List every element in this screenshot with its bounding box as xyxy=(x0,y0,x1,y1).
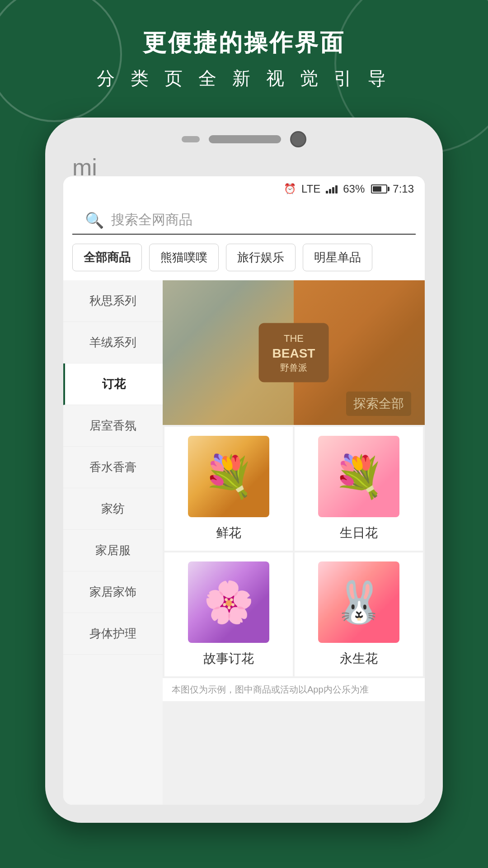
tab-panda[interactable]: 熊猫噗噗 xyxy=(149,244,219,271)
right-content-area: THE BEAST 野兽派 探索全部 xyxy=(163,280,425,805)
product-cell-fresh-flowers[interactable]: 💐 鲜花 xyxy=(164,427,293,551)
alarm-icon: ⏰ xyxy=(284,183,296,195)
product-cell-story-flowers[interactable]: 🌸 故事订花 xyxy=(164,552,293,676)
sidebar-item-textile[interactable]: 家纺 xyxy=(63,488,163,530)
banner-background: THE BEAST 野兽派 探索全部 xyxy=(163,280,425,425)
brand-chinese: 野兽派 xyxy=(272,361,315,373)
category-tabs: 全部商品 熊猫噗噗 旅行娱乐 明星单品 xyxy=(63,235,425,280)
main-content: 秋思系列 羊绒系列 订花 居室香氛 香水香膏 家纺 家居服 家居家饰 身体护理 xyxy=(63,280,425,805)
phone-camera xyxy=(290,131,306,147)
phone-sensor xyxy=(182,136,200,142)
product-image-eternal-flowers: 🐰 xyxy=(318,561,399,643)
header-section: 更便捷的操作界面 分 类 页 全 新 视 觉 引 导 xyxy=(0,27,488,91)
product-name-fresh-flowers: 鲜花 xyxy=(216,524,241,542)
battery-percent: 63% xyxy=(343,183,365,195)
brand-the: THE xyxy=(272,332,315,345)
phone-hardware-top xyxy=(182,131,306,147)
product-grid: 💐 鲜花 💐 生日花 xyxy=(163,425,425,678)
product-image-birthday-flowers: 💐 xyxy=(318,436,399,517)
disclaimer-text: 本图仅为示例，图中商品或活动以App内公乐为准 xyxy=(163,678,425,701)
product-name-story-flowers: 故事订花 xyxy=(203,650,254,667)
product-cell-eternal-flowers[interactable]: 🐰 永生花 xyxy=(295,552,423,676)
lte-label: LTE xyxy=(301,183,320,195)
sidebar-item-qiusi[interactable]: 秋思系列 xyxy=(63,280,163,322)
sidebar-item-fragrance[interactable]: 居室香氛 xyxy=(63,405,163,447)
phone-speaker xyxy=(209,135,281,143)
tab-travel[interactable]: 旅行娱乐 xyxy=(226,244,296,271)
clock-time: 7:13 xyxy=(393,183,414,195)
search-icon: 🔍 xyxy=(85,211,104,229)
phone-wrapper: mi ⏰ LTE 63% 7:13 🔍 xyxy=(45,118,443,823)
search-bar[interactable]: 🔍 搜索全网商品 xyxy=(72,202,416,235)
phone-frame: mi ⏰ LTE 63% 7:13 🔍 xyxy=(45,118,443,823)
product-image-fresh-flowers: 💐 xyxy=(188,436,269,517)
sidebar-item-flowers[interactable]: 订花 xyxy=(63,363,163,405)
status-bar: ⏰ LTE 63% 7:13 xyxy=(63,176,425,202)
brand-logo-text: THE BEAST 野兽派 xyxy=(272,332,315,373)
tab-celebrity[interactable]: 明星单品 xyxy=(303,244,372,271)
header-title: 更便捷的操作界面 xyxy=(0,27,488,59)
category-sidebar: 秋思系列 羊绒系列 订花 居室香氛 香水香膏 家纺 家居服 家居家饰 身体护理 xyxy=(63,280,163,805)
header-subtitle: 分 类 页 全 新 视 觉 引 导 xyxy=(0,66,488,91)
sidebar-item-perfume[interactable]: 香水香膏 xyxy=(63,447,163,488)
product-image-story-flowers: 🌸 xyxy=(188,561,269,643)
tab-all-products[interactable]: 全部商品 xyxy=(72,244,142,271)
sidebar-item-homedecor[interactable]: 家居家饰 xyxy=(63,571,163,613)
brand-logo-box: THE BEAST 野兽派 xyxy=(259,323,329,382)
phone-screen: ⏰ LTE 63% 7:13 🔍 搜索全网商品 xyxy=(63,176,425,805)
search-placeholder[interactable]: 搜索全网商品 xyxy=(111,211,192,229)
product-name-eternal-flowers: 永生花 xyxy=(340,650,378,667)
sidebar-item-homewear[interactable]: 家居服 xyxy=(63,530,163,571)
brand-banner[interactable]: THE BEAST 野兽派 探索全部 xyxy=(163,280,425,425)
sidebar-item-cashmere[interactable]: 羊绒系列 xyxy=(63,322,163,363)
product-name-birthday-flowers: 生日花 xyxy=(340,524,378,542)
signal-icon xyxy=(326,184,338,193)
product-cell-birthday-flowers[interactable]: 💐 生日花 xyxy=(295,427,423,551)
brand-beast: BEAST xyxy=(272,345,315,361)
sidebar-item-bodycare[interactable]: 身体护理 xyxy=(63,613,163,655)
battery-icon xyxy=(371,184,387,193)
